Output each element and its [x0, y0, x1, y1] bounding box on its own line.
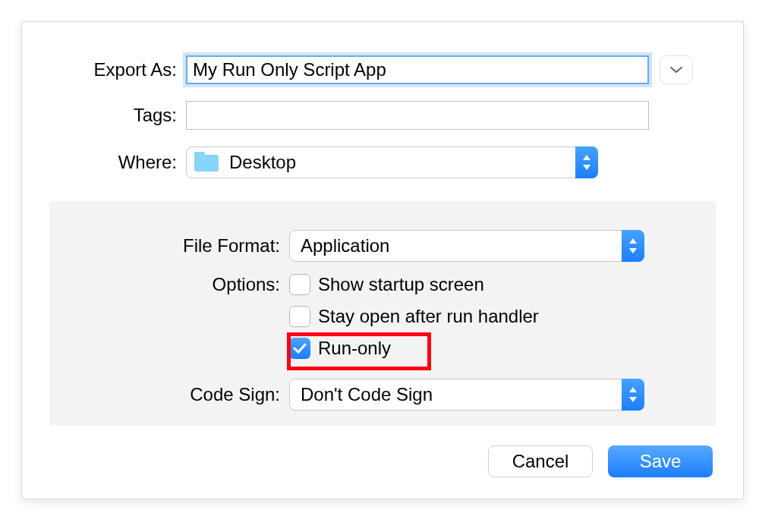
options-panel: File Format: Application Options: Show s…	[49, 201, 716, 426]
svg-marker-3	[629, 248, 637, 253]
chevron-down-icon	[669, 65, 683, 74]
expand-button[interactable]	[660, 55, 693, 84]
folder-icon	[194, 152, 222, 173]
save-button[interactable]: Save	[608, 445, 713, 477]
checkbox-show-startup[interactable]	[289, 274, 310, 295]
option-show-startup[interactable]: Show startup screen	[289, 271, 539, 298]
where-select[interactable]: Desktop	[186, 146, 598, 178]
row-file-format: File Format: Application	[49, 230, 716, 262]
label-code-sign: Code Sign:	[49, 384, 289, 405]
options-stack: Show startup screen Stay open after run …	[289, 271, 539, 362]
svg-marker-5	[629, 397, 637, 402]
stepper-icon	[622, 230, 644, 262]
stepper-icon	[622, 379, 644, 411]
row-where: Where: Desktop	[22, 146, 743, 178]
svg-marker-0	[583, 155, 591, 160]
cancel-button[interactable]: Cancel	[488, 445, 593, 477]
label-options: Options:	[49, 271, 289, 295]
row-export-as: Export As: My Run Only Script App	[22, 55, 743, 84]
label-tags: Tags:	[22, 105, 186, 126]
export-sheet: Export As: My Run Only Script App Tags: …	[21, 21, 744, 499]
footer-buttons: Cancel Save	[488, 445, 713, 477]
export-as-input[interactable]: My Run Only Script App	[186, 55, 649, 84]
check-icon	[293, 343, 307, 354]
svg-marker-1	[583, 165, 591, 170]
option-stay-open[interactable]: Stay open after run handler	[289, 303, 539, 330]
code-sign-select[interactable]: Don't Code Sign	[289, 379, 644, 411]
option-run-only[interactable]: Run-only	[289, 335, 539, 362]
label-export-as: Export As:	[22, 59, 186, 80]
option-label: Show startup screen	[318, 274, 484, 295]
label-file-format: File Format:	[49, 235, 289, 257]
stepper-icon	[575, 146, 598, 178]
code-sign-value: Don't Code Sign	[301, 384, 433, 405]
label-where: Where:	[22, 152, 186, 173]
checkbox-run-only[interactable]	[289, 338, 310, 359]
svg-marker-2	[629, 238, 637, 244]
row-options: Options: Show startup screen Stay open a…	[49, 271, 716, 362]
where-value: Desktop	[229, 152, 296, 173]
svg-marker-4	[629, 387, 637, 392]
checkbox-stay-open[interactable]	[289, 306, 310, 327]
option-label: Stay open after run handler	[318, 306, 539, 327]
file-format-select[interactable]: Application	[289, 230, 644, 262]
file-format-value: Application	[301, 235, 389, 257]
row-code-sign: Code Sign: Don't Code Sign	[49, 379, 716, 411]
row-tags: Tags:	[22, 101, 743, 130]
option-label: Run-only	[318, 338, 391, 359]
tags-input[interactable]	[186, 101, 649, 130]
